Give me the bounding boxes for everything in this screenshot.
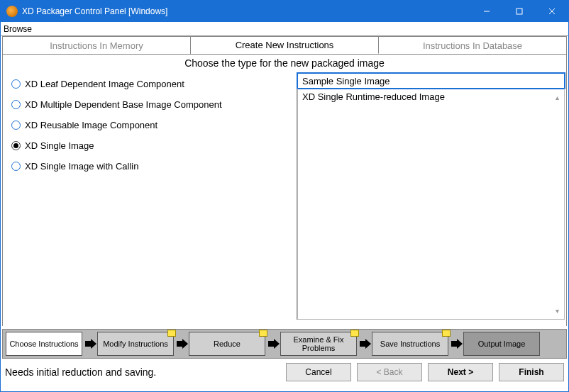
note-icon bbox=[167, 330, 176, 337]
window-title: XD Packager Control Panel [Windows] bbox=[22, 6, 470, 16]
svg-marker-7 bbox=[360, 339, 371, 349]
menubar: Browse bbox=[1, 22, 568, 36]
wizard-strip: Choose Instructions Modify Instructions … bbox=[2, 329, 567, 359]
titlebar: XD Packager Control Panel [Windows] bbox=[1, 1, 568, 22]
wizard-step-label: Reduce bbox=[214, 340, 241, 348]
wizard-step-label: Save Instructions bbox=[380, 340, 440, 348]
wizard-step-label: Examine & Fix Problems bbox=[282, 335, 355, 352]
content-row: XD Leaf Dependent Image Component XD Mul… bbox=[4, 73, 565, 320]
radio-icon bbox=[11, 100, 21, 109]
arrow-icon bbox=[359, 339, 372, 349]
radio-single-image[interactable]: XD Single Image bbox=[11, 140, 289, 151]
wizard-step-save[interactable]: Save Instructions bbox=[372, 332, 448, 356]
wizard-step-output[interactable]: Output Image bbox=[463, 332, 540, 356]
tab-instructions-in-memory[interactable]: Instructions In Memory bbox=[3, 37, 191, 54]
runtime-list[interactable]: XD Single Runtime-reduced Image ▴ ▾ bbox=[297, 89, 565, 320]
radio-label: XD Single Image with Callin bbox=[25, 161, 138, 172]
minimize-button[interactable] bbox=[470, 1, 503, 22]
choose-type-heading: Choose the type for the new packaged ima… bbox=[4, 55, 565, 73]
radio-icon bbox=[11, 141, 21, 150]
radio-icon bbox=[11, 121, 21, 130]
note-icon bbox=[259, 330, 267, 337]
svg-rect-1 bbox=[516, 9, 522, 14]
radio-label: XD Single Image bbox=[25, 140, 94, 151]
window-controls bbox=[470, 1, 568, 22]
back-button[interactable]: < Back bbox=[357, 363, 422, 381]
radio-label: XD Reusable Image Component bbox=[25, 120, 158, 130]
maximize-button[interactable] bbox=[503, 1, 536, 22]
radio-reusable[interactable]: XD Reusable Image Component bbox=[11, 120, 289, 130]
image-name-input[interactable] bbox=[297, 73, 565, 89]
arrow-icon bbox=[267, 339, 280, 349]
svg-marker-5 bbox=[177, 339, 188, 349]
tab-create-new-instructions[interactable]: Create New Instructions bbox=[191, 37, 379, 54]
wizard-step-label: Modify Instructions bbox=[103, 340, 168, 348]
arrow-icon bbox=[176, 339, 189, 349]
status-text: Needs initial reduction and saving. bbox=[5, 366, 280, 378]
wizard-step-reduce[interactable]: Reduce bbox=[189, 332, 265, 356]
radio-icon bbox=[11, 162, 21, 171]
close-button[interactable] bbox=[536, 1, 568, 22]
radio-multiple-dependent[interactable]: XD Multiple Dependent Base Image Compone… bbox=[11, 99, 289, 110]
next-button[interactable]: Next > bbox=[428, 363, 493, 381]
wizard-step-label: Output Image bbox=[478, 340, 526, 348]
note-icon bbox=[350, 330, 359, 337]
name-and-list-column: XD Single Runtime-reduced Image ▴ ▾ bbox=[297, 73, 565, 320]
note-icon bbox=[442, 330, 451, 337]
cancel-button[interactable]: Cancel bbox=[286, 363, 351, 381]
wizard-step-choose[interactable]: Choose Instructions bbox=[6, 332, 82, 356]
tab-instructions-in-database[interactable]: Instructions In Database bbox=[379, 37, 566, 54]
svg-marker-4 bbox=[85, 339, 96, 349]
app-icon bbox=[6, 6, 18, 17]
svg-marker-6 bbox=[268, 339, 280, 349]
finish-button[interactable]: Finish bbox=[499, 363, 564, 381]
wizard-step-examine[interactable]: Examine & Fix Problems bbox=[280, 332, 357, 356]
bottom-bar: Needs initial reduction and saving. Canc… bbox=[1, 360, 568, 386]
scroll-down-icon[interactable]: ▾ bbox=[551, 305, 563, 316]
radio-icon bbox=[11, 79, 21, 89]
svg-marker-8 bbox=[451, 339, 463, 349]
tabs: Instructions In Memory Create New Instru… bbox=[2, 36, 567, 55]
scrollbar[interactable]: ▴ ▾ bbox=[551, 91, 563, 316]
menu-browse[interactable]: Browse bbox=[4, 24, 32, 34]
main-panel: Choose the type for the new packaged ima… bbox=[2, 55, 567, 326]
scroll-up-icon[interactable]: ▴ bbox=[551, 91, 563, 103]
wizard-step-label: Choose Instructions bbox=[9, 340, 78, 348]
arrow-icon bbox=[451, 339, 463, 349]
type-radio-group: XD Leaf Dependent Image Component XD Mul… bbox=[4, 73, 297, 320]
arrow-icon bbox=[84, 339, 97, 349]
wizard-step-modify[interactable]: Modify Instructions bbox=[97, 332, 174, 356]
radio-leaf-dependent[interactable]: XD Leaf Dependent Image Component bbox=[11, 79, 289, 89]
list-item[interactable]: XD Single Runtime-reduced Image bbox=[302, 91, 560, 102]
radio-single-image-callin[interactable]: XD Single Image with Callin bbox=[11, 161, 289, 172]
radio-label: XD Multiple Dependent Base Image Compone… bbox=[25, 99, 222, 110]
radio-label: XD Leaf Dependent Image Component bbox=[25, 79, 184, 89]
